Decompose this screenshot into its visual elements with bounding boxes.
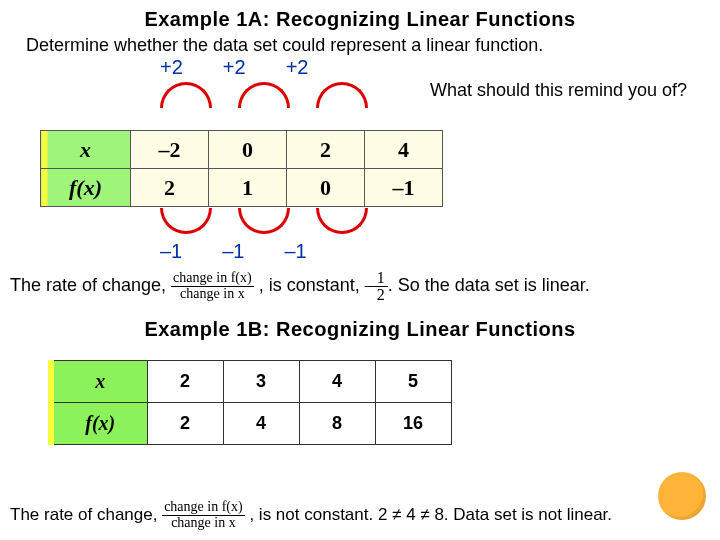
bottom-delta-1: –1 <box>160 240 182 263</box>
table-row: x –2 0 2 4 <box>41 131 443 169</box>
bottom-delta-2: –1 <box>222 240 244 263</box>
text: So the data set is linear. <box>398 275 590 295</box>
table-1a: x –2 0 2 4 f(x) 2 1 0 –1 <box>40 130 443 207</box>
arc-icon <box>316 208 368 234</box>
row-header-x: x <box>51 361 147 403</box>
cell: 4 <box>299 361 375 403</box>
fraction-denominator: change in x <box>162 516 245 531</box>
top-delta-1: +2 <box>160 56 183 79</box>
table-row: f(x) 2 1 0 –1 <box>41 169 443 207</box>
text: , is constant, <box>259 275 365 295</box>
conclusion-1a: The rate of change, change in f(x) chang… <box>10 270 710 303</box>
cell: –1 <box>365 169 443 207</box>
cell: 8 <box>299 403 375 445</box>
fraction-numerator: change in f(x) <box>171 271 254 287</box>
cell: 2 <box>131 169 209 207</box>
row-header-fx: f(x) <box>41 169 131 207</box>
negative-sign: – <box>365 275 374 295</box>
table-row: f(x) 2 4 8 16 <box>51 403 451 445</box>
row-header-x: x <box>41 131 131 169</box>
top-delta-row: +2 +2 +2 <box>160 56 308 79</box>
fraction-half: 1 2 <box>374 270 388 303</box>
arc-icon <box>238 82 290 108</box>
side-note: What should this remind you of? <box>430 80 700 101</box>
conclusion-1b: The rate of change, change in f(x) chang… <box>10 500 710 530</box>
example-1a-prompt: Determine whether the data set could rep… <box>26 35 710 56</box>
table-row: x 2 3 4 5 <box>51 361 451 403</box>
decorative-circle-icon <box>658 472 706 520</box>
cell: 3 <box>223 361 299 403</box>
cell: 4 <box>223 403 299 445</box>
fraction-numerator: 1 <box>374 270 388 287</box>
arc-icon <box>238 208 290 234</box>
cell: 4 <box>365 131 443 169</box>
example-1a-title: Example 1A: Recognizing Linear Functions <box>0 8 720 31</box>
arc-icon <box>160 82 212 108</box>
cell: 0 <box>209 131 287 169</box>
cell: 2 <box>147 361 223 403</box>
bottom-delta-3: –1 <box>285 240 307 263</box>
arc-icon <box>316 82 368 108</box>
table-1b: x 2 3 4 5 f(x) 2 4 8 16 <box>48 360 452 445</box>
text: The rate of change, <box>10 275 171 295</box>
cell: 2 <box>287 131 365 169</box>
cell: 1 <box>209 169 287 207</box>
fraction-denominator: 2 <box>374 287 388 303</box>
row-header-fx: f(x) <box>51 403 147 445</box>
fraction-denominator: change in x <box>171 287 254 302</box>
fx-label: f(x) <box>69 175 102 200</box>
text: The rate of change, <box>10 505 162 524</box>
top-delta-3: +2 <box>286 56 309 79</box>
example-1b-title: Example 1B: Recognizing Linear Functions <box>0 318 720 341</box>
bottom-delta-row: –1 –1 –1 <box>160 240 307 263</box>
text: , is not constant. 2 ≠ 4 ≠ 8. Data set i… <box>249 505 612 524</box>
top-delta-2: +2 <box>223 56 246 79</box>
cell: 0 <box>287 169 365 207</box>
arc-icon <box>160 208 212 234</box>
fraction-icon: change in f(x) change in x <box>162 500 245 530</box>
text: . <box>388 275 393 295</box>
cell: 2 <box>147 403 223 445</box>
fraction-icon: change in f(x) change in x <box>171 271 254 301</box>
cell: 16 <box>375 403 451 445</box>
cell: 5 <box>375 361 451 403</box>
cell: –2 <box>131 131 209 169</box>
fraction-numerator: change in f(x) <box>162 500 245 516</box>
